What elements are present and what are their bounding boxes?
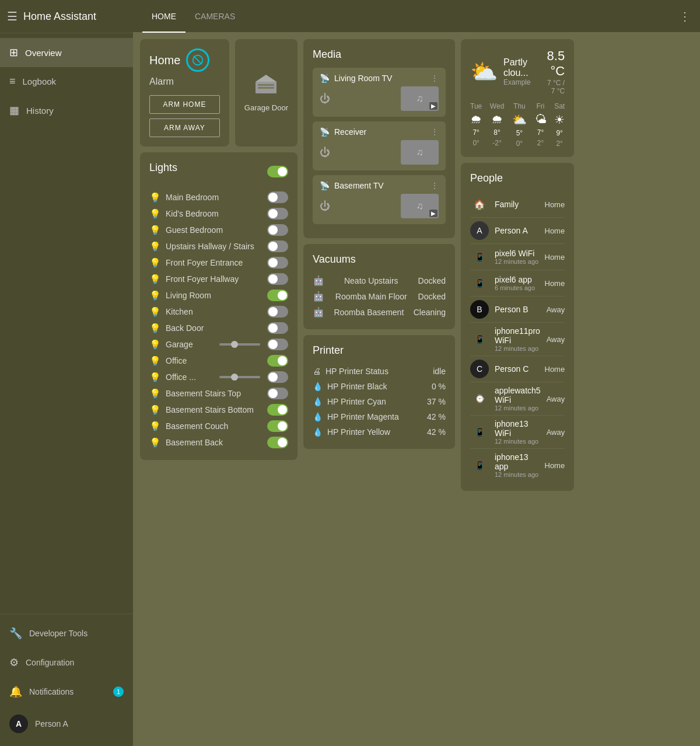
power-icon-3[interactable]: ⏻ [320,200,330,212]
light-toggle-office[interactable] [267,355,288,367]
weather-icon-thu: ⛅ [512,113,527,127]
vacuums-card: Vacuums 🤖 Neato Upstairs Docked 🤖 Roomba… [303,244,455,329]
power-icon-2[interactable]: ⏻ [320,147,330,159]
light-toggle-front-foyer-hallway[interactable] [267,273,288,285]
media-device-basement-tv-header: 📡 Basement TV ⋮ [320,181,439,190]
media-dots-2[interactable]: ⋮ [430,127,439,137]
person-name-b: Person B [495,305,541,314]
tab-home[interactable]: HOME [142,1,186,33]
light-toggle-basement-stairs-bottom[interactable] [267,404,288,416]
lights-master-toggle[interactable] [267,166,288,177]
main-area: HOME CAMERAS ⋮ Home [133,0,700,746]
light-name-basement-back: Basement Back [166,438,262,447]
bulb-icon-basement-couch: 💡 [149,421,161,432]
light-row-office-2: 💡 Office ... [149,369,288,385]
person-avatar-a: A [470,221,489,240]
menu-icon[interactable]: ☰ [7,9,18,23]
light-toggle-back-door[interactable] [267,322,288,334]
media-device-living-room-tv: 📡 Living Room TV ⋮ ⏻ ♫ ▶ [313,68,446,117]
sidebar-item-history[interactable]: ▦ History [0,96,133,125]
light-toggle-kitchen[interactable] [267,306,288,318]
app-title: Home Assistant [23,11,96,23]
vacuum-row-roomba-main: 🤖 Roomba Main Floor Docked [313,288,446,304]
play-icon-1[interactable]: ▶ [429,102,438,110]
light-toggle-garage[interactable] [267,339,288,350]
media-card: Media 📡 Living Room TV ⋮ ⏻ [303,39,455,238]
person-name-pixel6-app: pixel6 app [495,275,539,284]
bulb-icon-basement-stairs-top: 💡 [149,388,161,399]
person-status-iphone13-app: Home [545,461,565,470]
sidebar-item-devtools[interactable]: 🔧 Developer Tools [0,619,133,648]
arm-home-button[interactable]: ARM HOME [149,95,220,114]
vacuum-row-roomba-basement: 🤖 Roomba Basement Cleaning [313,304,446,320]
printer-name-status: 🖨 HP Printer Status [313,367,388,376]
office2-brightness-slider[interactable] [219,373,260,381]
person-row-family: 🏠 Family Home [470,191,565,218]
person-name-iphone13-wifi: iphone13 WiFi [495,419,541,438]
light-toggle-upstairs-hallway[interactable] [267,240,288,252]
garage-brightness-slider[interactable] [219,340,260,348]
printer-name-cyan: 💧 HP Printer Cyan [313,397,386,406]
tab-cameras[interactable]: CAMERAS [186,1,244,33]
person-namecol-c: Person C [495,364,539,374]
light-name-kitchen: Kitchen [166,307,262,316]
sidebar-devtools-label: Developer Tools [29,629,88,638]
play-icon-3[interactable]: ▶ [429,210,438,217]
sidebar-item-notifications[interactable]: 🔔 Notifications 1 [0,677,133,706]
light-toggle-basement-couch[interactable] [267,420,288,432]
alarm-icon [186,48,209,72]
sidebar-item-logbook[interactable]: ≡ Logbook [0,67,133,96]
weather-location: Example [503,78,536,86]
main-grid: Home Alarm ARM HOME ARM AWAY [140,39,693,491]
person-status-pixel6-app: Home [545,279,565,288]
media-device-receiver-header: 📡 Receiver ⋮ [320,127,439,137]
cast-icon-1: 📡 [320,74,330,83]
bulb-icon-upstairs-hallway: 💡 [149,241,161,252]
bulb-icon-office: 💡 [149,355,161,367]
light-toggle-front-foyer-entrance[interactable] [267,257,288,269]
topbar-menu-icon[interactable]: ⋮ [679,9,691,23]
arm-away-button[interactable]: ARM AWAY [149,118,220,137]
vacuum-name-roomba-basement: Roomba Basement [334,308,404,317]
overview-icon: ⊞ [9,46,18,59]
vacuum-icon-roomba-basement: 🤖 [313,306,324,318]
sidebar-configuration-label: Configuration [26,658,74,667]
sidebar-header: ☰ Home Assistant [0,0,133,33]
sidebar-item-overview[interactable]: ⊞ Overview [0,38,133,67]
light-toggle-basement-back[interactable] [267,437,288,448]
weather-icon-wed: 🌧 [491,113,503,126]
person-namecol-iphone11pro-wifi: iphone11pro WiFi 12 minutes ago [495,326,541,352]
notification-count: 1 [113,686,124,697]
media-dots-3[interactable]: ⋮ [430,181,439,190]
sidebar-nav: ⊞ Overview ≡ Logbook ▦ History [0,33,133,613]
person-avatar-pixel6-app: 📱 [470,274,489,292]
light-toggle-basement-stairs-top[interactable] [267,388,288,399]
history-icon: ▦ [9,104,19,117]
light-toggle-living-room[interactable] [267,290,288,301]
light-row-basement-stairs-bottom: 💡 Basement Stairs Bottom [149,402,288,418]
light-toggle-main-bedroom[interactable] [267,191,288,203]
printer-icon-status: 🖨 [313,367,321,376]
light-toggle-kids-bedroom[interactable] [267,208,288,219]
sidebar-item-user[interactable]: A Person A [0,706,133,741]
printer-card: Printer 🖨 HP Printer Status idle 💧 HP Pr… [303,335,455,449]
light-name-office: Office [166,356,262,365]
person-avatar-pixel6-wifi: 📱 [470,247,489,266]
person-status-pixel6-wifi: Home [545,253,565,262]
page-content: Home Alarm ARM HOME ARM AWAY [133,33,700,746]
light-toggle-guest-bedroom[interactable] [267,224,288,236]
lights-header: Lights [149,162,288,181]
power-icon-1[interactable]: ⏻ [320,93,330,105]
person-namecol-family: Family [495,200,539,209]
media-dots-1[interactable]: ⋮ [430,74,439,83]
lights-list: 💡 Main Bedroom 💡 Kid's Bedroom 💡 Guest B… [149,189,288,451]
cast-icon-3: 📡 [320,181,330,190]
light-row-garage: 💡 Garage [149,336,288,353]
weather-temp-main: 8.5 °C [542,48,565,79]
light-toggle-office-2[interactable] [267,371,288,383]
garage-icon[interactable] [254,74,278,100]
person-sub-applewatch5: 12 minutes ago [495,405,541,412]
light-row-main-bedroom: 💡 Main Bedroom [149,189,288,205]
sidebar-item-configuration[interactable]: ⚙ Configuration [0,648,133,677]
sidebar-notifications-label: Notifications [29,687,74,696]
